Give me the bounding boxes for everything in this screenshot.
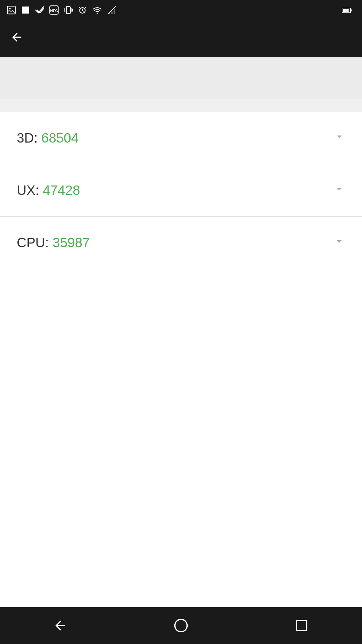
signal-off-icon (107, 5, 117, 15)
score-label-3d: 3D: 68504 (17, 130, 79, 146)
toolbar (0, 20, 362, 57)
nav-back-button[interactable] (47, 612, 74, 639)
nav-bar (0, 607, 362, 644)
svg-point-15 (175, 620, 187, 632)
svg-rect-16 (297, 621, 307, 631)
score-label-cpu: CPU: 35987 (17, 235, 90, 250)
nfc-icon: NFC (49, 5, 59, 15)
wifi-icon (92, 5, 103, 15)
score-value-ux: 47428 (43, 183, 80, 198)
score-header (0, 57, 362, 99)
svg-text:NFC: NFC (50, 9, 58, 13)
chevron-down-icon-cpu (333, 235, 345, 250)
image-icon (7, 5, 16, 15)
score-value-cpu: 35987 (53, 235, 90, 250)
score-value-3d: 68504 (41, 130, 78, 145)
status-right (339, 6, 355, 14)
check-icon-1 (35, 5, 44, 15)
status-left: NFC (7, 5, 117, 15)
score-item-3d[interactable]: 3D: 68504 (0, 112, 362, 164)
chevron-down-icon-ux (333, 183, 345, 198)
square-icon (21, 5, 30, 15)
alarm-icon (78, 5, 87, 15)
score-list: 3D: 68504 UX: 47428 CPU: 35987 (0, 112, 362, 607)
back-button[interactable] (10, 31, 23, 47)
status-bar: NFC (0, 0, 362, 20)
chevron-down-icon-3d (333, 130, 345, 146)
svg-point-11 (97, 13, 98, 14)
svg-rect-13 (343, 9, 349, 12)
score-item-ux[interactable]: UX: 47428 (0, 164, 362, 217)
battery-icon (342, 6, 352, 14)
score-item-cpu[interactable]: CPU: 35987 (0, 217, 362, 269)
svg-rect-5 (66, 7, 70, 14)
svg-rect-14 (351, 9, 352, 11)
svg-rect-2 (22, 7, 29, 14)
score-label-ux: UX: 47428 (17, 183, 80, 198)
nav-recent-button[interactable] (288, 612, 315, 639)
section-gap (0, 99, 362, 112)
svg-point-1 (9, 8, 11, 9)
nav-home-button[interactable] (168, 612, 194, 639)
vibrate-icon (64, 5, 73, 15)
